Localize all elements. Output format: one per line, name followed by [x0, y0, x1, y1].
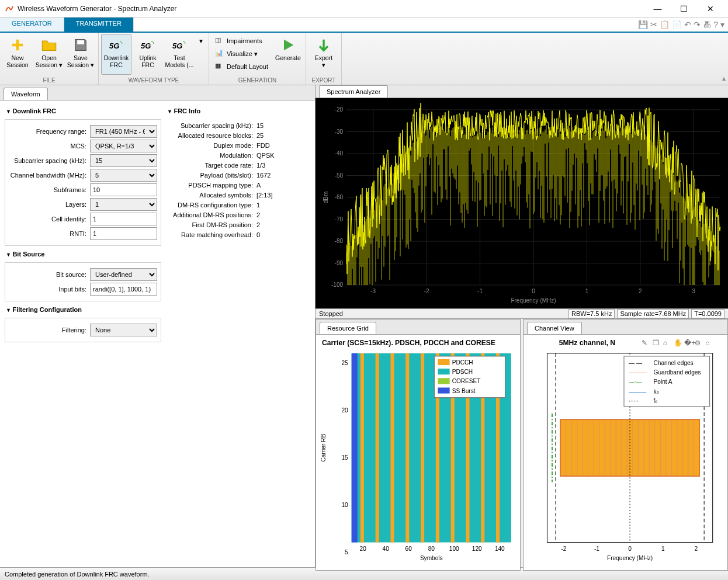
- bit-source-select[interactable]: User-defined: [90, 268, 157, 281]
- input-bits-input[interactable]: [90, 283, 157, 296]
- svg-text:0: 0: [532, 288, 535, 294]
- spectrum-plot[interactable]: -20-30-40-50-60-70-80-90-100-3-2-10123dB…: [316, 98, 728, 308]
- default-layout-button[interactable]: ▦Default Layout: [213, 61, 271, 72]
- window-title: Wireless Waveform Generator - Spectrum A…: [18, 5, 644, 13]
- svg-text:25: 25: [341, 360, 348, 366]
- svg-text:⊖: ⊖: [695, 339, 701, 347]
- freq-range-select[interactable]: FR1 (450 MHz - 6 ...: [90, 125, 157, 138]
- print-icon[interactable]: 🖶: [703, 20, 711, 29]
- save-icon[interactable]: 💾: [638, 20, 648, 29]
- bw-select[interactable]: 5: [90, 169, 157, 182]
- save-session-button[interactable]: Save Session ▾: [65, 34, 96, 75]
- rnti-input[interactable]: [90, 227, 157, 240]
- section-downlink-frc[interactable]: Downlink FRC: [5, 105, 161, 117]
- svg-text:-1: -1: [477, 288, 483, 294]
- toolgroup-generation: ◫Impairments 📊Visualize ▾ ▦Default Layou…: [209, 33, 306, 85]
- maximize-button[interactable]: ☐: [671, 1, 697, 17]
- svg-text:5G: 5G: [109, 41, 119, 50]
- minimize-ribbon-icon[interactable]: ▾: [720, 20, 724, 29]
- svg-text:SS Burst: SS Burst: [452, 388, 476, 394]
- new-session-button[interactable]: New Session: [2, 34, 33, 75]
- mcs-select[interactable]: QPSK, R=1/3: [90, 140, 157, 152]
- section-bit-source[interactable]: Bit Source: [5, 248, 161, 260]
- svg-text:-80: -80: [335, 238, 344, 244]
- svg-text:120: 120: [472, 546, 482, 552]
- filtering-fieldset: Filtering:None: [5, 318, 161, 342]
- close-button[interactable]: ✕: [697, 1, 723, 17]
- paste-icon[interactable]: 📄: [672, 20, 682, 29]
- svg-rect-362: [352, 353, 358, 543]
- tab-channel-view[interactable]: Channel View: [527, 322, 582, 334]
- undo-icon[interactable]: ↶: [684, 20, 691, 29]
- layers-select[interactable]: 1: [90, 198, 157, 211]
- svg-text:CORESET: CORESET: [452, 378, 481, 384]
- downlink-frc-button[interactable]: 5G Downlink FRC: [101, 34, 131, 75]
- tab-spectrum-analyzer[interactable]: Spectrum Analyzer: [319, 85, 388, 98]
- section-filtering[interactable]: Filtering Configuration: [5, 304, 161, 315]
- tab-waveform[interactable]: Waveform: [4, 88, 48, 100]
- sample-rate-label: Sample rate=7.68 MHz: [617, 309, 689, 318]
- svg-text:⌂: ⌂: [663, 339, 667, 347]
- toolgroup-waveform-type: 5G Downlink FRC 5G Uplink FRC 5G Test Mo…: [99, 33, 209, 85]
- open-session-button[interactable]: Open Session ▾: [34, 34, 64, 75]
- status-text: Completed generation of Downlink FRC wav…: [5, 571, 150, 578]
- subframes-input[interactable]: [90, 183, 157, 196]
- resource-grid-plot[interactable]: Carrier (SCS=15kHz). PDSCH, PDCCH and CO…: [316, 335, 520, 570]
- redo-icon[interactable]: ↷: [694, 20, 701, 29]
- rbw-label: RBW=7.5 kHz: [568, 309, 615, 318]
- downlink-frc-fieldset: Frequency range:FR1 (450 MHz - 6 ... MCS…: [5, 119, 161, 246]
- svg-text:40: 40: [383, 546, 390, 552]
- svg-text:100: 100: [449, 546, 459, 552]
- main-tabstrip: GENERATOR TRANSMITTER 💾 ✂ 📋 📄 ↶ ↷ 🖶 ? ▾: [0, 18, 728, 33]
- svg-text:Guardband edges: Guardband edges: [654, 369, 701, 376]
- quick-access-toolbar: 💾 ✂ 📋 📄 ↶ ↷ 🖶 ? ▾: [638, 18, 728, 32]
- svg-rect-390: [438, 369, 449, 374]
- visualize-button[interactable]: 📊Visualize ▾: [213, 48, 271, 60]
- save-icon: [72, 37, 89, 53]
- scs-select[interactable]: 15: [90, 154, 157, 167]
- svg-text:3: 3: [692, 288, 696, 294]
- svg-text:✋: ✋: [674, 338, 683, 348]
- svg-text:1: 1: [585, 288, 589, 294]
- generate-button[interactable]: Generate: [273, 34, 303, 75]
- svg-text:2: 2: [695, 546, 698, 552]
- uplink-frc-button[interactable]: 5G Uplink FRC: [133, 34, 163, 75]
- test-models-button[interactable]: 5G Test Models (...: [164, 34, 195, 75]
- collapse-toolstrip-icon[interactable]: ▴: [720, 72, 728, 85]
- titlebar: Wireless Waveform Generator - Spectrum A…: [0, 0, 728, 18]
- svg-text:20: 20: [360, 546, 367, 552]
- 5g-icon: 5G: [108, 37, 124, 53]
- svg-text:15: 15: [341, 454, 348, 461]
- toolstrip: New Session Open Session ▾ Save Session …: [0, 33, 728, 85]
- svg-rect-1: [77, 40, 84, 44]
- channel-view-plot[interactable]: 5MHz channel, N✎❐⌂✋�+⊖⌂-2-1012Frequency …: [524, 335, 727, 570]
- spectrum-statusbar: Stopped RBW=7.5 kHz Sample rate=7.68 MHz…: [316, 308, 728, 319]
- svg-text:-60: -60: [335, 194, 344, 200]
- impairments-button[interactable]: ◫Impairments: [213, 35, 271, 47]
- svg-text:PDSCH: PDSCH: [452, 369, 473, 375]
- filtering-select[interactable]: None: [90, 324, 157, 336]
- svg-text:dBm: dBm: [323, 192, 329, 204]
- tab-resource-grid[interactable]: Resource Grid: [320, 322, 376, 334]
- copy-icon[interactable]: 📋: [660, 20, 670, 29]
- tab-generator[interactable]: GENERATOR: [0, 18, 64, 32]
- help-icon[interactable]: ?: [713, 20, 718, 29]
- svg-text:0: 0: [628, 546, 632, 552]
- svg-text:❐: ❐: [653, 339, 659, 347]
- resource-grid-panel: Resource Grid Carrier (SCS=15kHz). PDSCH…: [316, 319, 521, 571]
- section-frc-info[interactable]: FRC Info: [166, 105, 310, 117]
- minimize-button[interactable]: —: [644, 1, 671, 17]
- svg-rect-365: [390, 353, 394, 543]
- cell-id-input[interactable]: [90, 213, 157, 225]
- tab-transmitter[interactable]: TRANSMITTER: [64, 18, 134, 32]
- waveform-type-dropdown[interactable]: ▾: [196, 34, 206, 75]
- svg-text:Carrier RB: Carrier RB: [320, 434, 327, 462]
- left-panel: Waveform Downlink FRC Frequency range:FR…: [0, 85, 316, 567]
- svg-text:Channel edges: Channel edges: [654, 360, 694, 366]
- export-button[interactable]: Export ▾: [308, 34, 339, 75]
- impairments-icon: ◫: [215, 36, 224, 46]
- cut-icon[interactable]: ✂: [650, 20, 657, 29]
- spectrum-state: Stopped: [319, 310, 343, 317]
- svg-text:60: 60: [405, 546, 412, 552]
- svg-text:-2: -2: [424, 288, 429, 294]
